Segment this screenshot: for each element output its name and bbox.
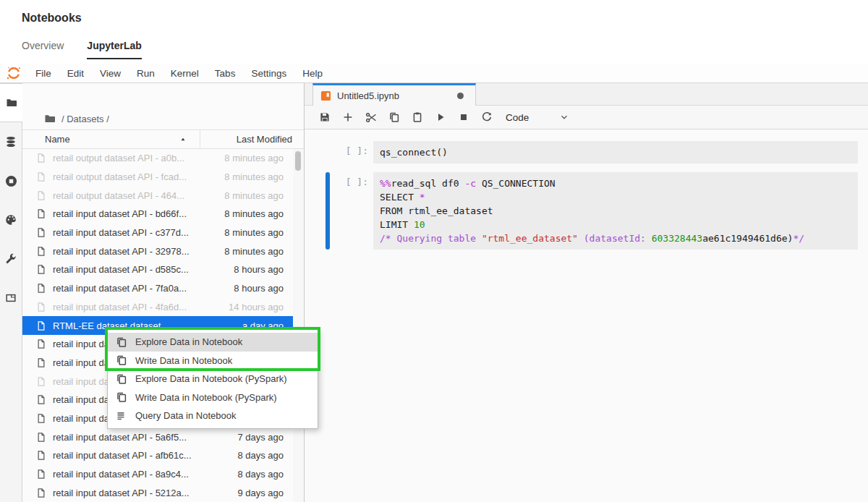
table-row[interactable]: retail input dataset API - d585c...8 hou… [22, 260, 293, 279]
cut-cells-button[interactable] [359, 106, 383, 129]
menu-item-label: Write Data in Notebook (PySpark) [135, 392, 277, 403]
cell-prompt: [ ]: [330, 141, 373, 163]
table-row[interactable]: retail input dataset API - bd66f...8 min… [22, 205, 293, 224]
table-row[interactable]: retail input dataset API - c377d...8 min… [22, 224, 293, 242]
cell-type-value: Code [506, 112, 529, 123]
file-name: retail input dataset API - bd66f... [53, 208, 224, 219]
interrupt-kernel-button[interactable] [452, 106, 475, 129]
table-row[interactable]: retail output dataset API - 464...8 minu… [22, 186, 293, 205]
tab-jupyterlab[interactable]: JupyterLab [87, 40, 141, 59]
menu-help[interactable]: Help [294, 68, 331, 79]
add-icon [342, 111, 354, 123]
file-modified: 8 minutes ago [224, 227, 284, 238]
file-name: retail output dataset API - 464... [53, 190, 224, 201]
table-row[interactable]: retail input dataset API - 7fa0a...8 hou… [22, 279, 293, 298]
cell-editor[interactable]: qs_connect() [373, 141, 858, 163]
menu-item-write-data-in-notebook-pyspark-[interactable]: Write Data in Notebook (PySpark) [108, 388, 318, 407]
file-icon [36, 394, 46, 405]
file-icon [36, 153, 46, 163]
toolbar-buttons [313, 106, 498, 129]
sidebar-item-running-sessions[interactable] [0, 161, 22, 200]
menu-edit[interactable]: Edit [59, 68, 92, 79]
copy-icon [116, 354, 127, 366]
restart-kernel-button[interactable] [475, 106, 498, 129]
sidebar-item-data[interactable] [0, 122, 22, 161]
chevron-down-icon [559, 112, 569, 122]
menu-item-label: Explore Data in Notebook [135, 336, 242, 347]
palette-icon [5, 214, 17, 226]
menu-kernel[interactable]: Kernel [163, 68, 207, 79]
insert-cell-button[interactable] [336, 106, 359, 129]
folder-icon [6, 97, 17, 109]
column-header-name[interactable]: Name [22, 130, 200, 148]
sidebar-item-commands[interactable] [0, 200, 22, 239]
app-header: Notebooks OverviewJupyterLab [0, 0, 868, 64]
run-cell-button[interactable] [429, 106, 452, 129]
file-name: retail output dataset API - fcad... [53, 171, 224, 182]
table-row[interactable]: retail input dataset API - 4fa6d...14 ho… [22, 298, 293, 317]
main-area: / Datasets / Name Last Modified retail o… [0, 83, 868, 502]
table-row[interactable]: retail input dataset API - afb61c...8 da… [22, 446, 293, 465]
sidebar-item-property-inspector[interactable] [0, 239, 22, 278]
folder-icon [44, 113, 56, 124]
save-icon [319, 111, 331, 123]
table-row[interactable]: retail input dataset API - 5a6f5...7 day… [22, 427, 293, 446]
scrollbar-track[interactable] [293, 149, 303, 502]
menu-file[interactable]: File [27, 68, 59, 79]
app-root: Notebooks OverviewJupyterLab FileEditVie… [0, 0, 868, 502]
scrollbar-thumb[interactable] [295, 151, 301, 171]
table-row[interactable]: retail input dataset API - 8a9c4...8 day… [22, 465, 293, 484]
file-list-header: Name Last Modified [22, 129, 304, 149]
notebook-panel: Untitled5.ipynb Code [ ]:qs_connect()[ ]… [304, 83, 868, 502]
database-icon [5, 136, 17, 148]
restart-icon [481, 111, 493, 123]
menu-item-explore-data-in-notebook-pyspark-[interactable]: Explore Data in Notebook (PySpark) [108, 370, 318, 388]
table-row[interactable]: retail input dataset API - 32978...8 min… [22, 242, 293, 260]
file-icon [36, 227, 46, 238]
sidebar-item-open-tabs[interactable] [0, 278, 22, 318]
tab-overview[interactable]: Overview [22, 40, 64, 59]
file-name: retail input dataset API - 7fa0a... [53, 283, 234, 294]
cell-type-select[interactable]: Code [506, 112, 569, 123]
paste-cells-button[interactable] [406, 106, 429, 129]
file-icon [36, 264, 46, 275]
cut-icon [365, 111, 378, 124]
menu-item-query-data-in-notebook[interactable]: Query Data in Notebook [108, 407, 318, 425]
file-modified: 7 days ago [237, 432, 284, 443]
sidebar-item-file-browser[interactable] [0, 83, 22, 122]
menu-item-label: Query Data in Notebook [135, 410, 236, 421]
menu-item-write-data-in-notebook[interactable]: Write Data in Notebook [108, 352, 318, 370]
save-button[interactable] [313, 106, 336, 129]
file-browser-toolbar-spacer [22, 83, 304, 108]
file-name: retail input dataset API - 32978... [53, 246, 224, 257]
menu-tabs[interactable]: Tabs [207, 68, 244, 79]
notebook-cells: [ ]:qs_connect()[ ]:%%read_sql df0 -c QS… [305, 129, 868, 502]
file-name: retail input dataset API - 5a6f5... [53, 432, 237, 443]
table-row[interactable]: retail input dataset API - 5212a...9 day… [22, 483, 293, 502]
menubar-items: FileEditViewRunKernelTabsSettingsHelp [27, 68, 331, 79]
copy-icon [116, 391, 127, 403]
activity-bar [0, 83, 22, 502]
table-row[interactable]: retail output dataset API - a0b...8 minu… [22, 149, 293, 168]
file-icon [36, 488, 46, 498]
file-modified: 9 days ago [237, 488, 284, 498]
table-row[interactable]: retail output dataset API - fcad...8 min… [22, 168, 293, 187]
breadcrumb[interactable]: / Datasets / [22, 108, 304, 129]
menu-run[interactable]: Run [129, 68, 163, 79]
copy-cells-button[interactable] [383, 106, 406, 129]
column-header-modified[interactable]: Last Modified [200, 130, 304, 148]
file-icon [36, 283, 46, 294]
menu-view[interactable]: View [92, 68, 129, 79]
notebook-tab[interactable]: Untitled5.ipynb [312, 83, 476, 106]
menu-item-explore-data-in-notebook[interactable]: Explore Data in Notebook [108, 333, 318, 352]
file-modified: 14 hours ago [229, 302, 284, 312]
copy-icon [388, 111, 400, 123]
file-modified: 8 hours ago [234, 283, 284, 294]
file-modified: 8 hours ago [234, 264, 284, 275]
file-name: retail input dataset API - c377d... [53, 227, 224, 238]
cell-editor[interactable]: %%read_sql df0 -c QS_CONNECTIONSELECT *F… [373, 172, 858, 250]
sort-asc-icon [179, 136, 187, 143]
menu-settings[interactable]: Settings [243, 68, 294, 79]
top-tabs: OverviewJupyterLab [22, 40, 868, 59]
file-name: retail input dataset API - 8a9c4... [53, 469, 237, 480]
